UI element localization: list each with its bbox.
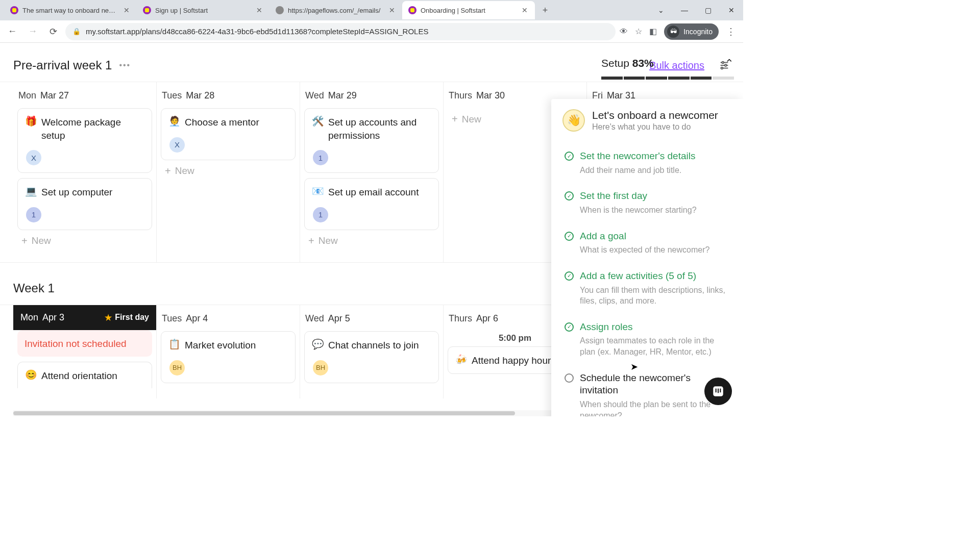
setup-progress (601, 77, 734, 80)
menu-button[interactable]: ⋮ (723, 26, 739, 37)
tools-icon: 🛠️ (312, 116, 324, 128)
incognito-badge[interactable]: 🕶 Incognito (664, 23, 719, 40)
favicon-icon (408, 6, 416, 14)
app-body: Setup 83% ⌃ Pre-arrival week 1 ••• Bulk … (0, 43, 743, 416)
avatar[interactable]: BH (168, 359, 186, 377)
close-icon[interactable]: ✕ (255, 6, 263, 14)
forward-button[interactable]: → (24, 23, 41, 40)
bookmark-icon[interactable]: ☆ (635, 27, 642, 36)
day-column: TuesMar 28 🧑‍💼Choose a mentor X +New (157, 82, 300, 262)
wave-icon: 👋 (562, 109, 585, 132)
tab-2[interactable]: https://pageflows.com/_/emails/ ✕ (270, 1, 402, 19)
add-task-button[interactable]: +New (165, 165, 291, 177)
eye-off-icon[interactable]: 👁 (620, 27, 628, 36)
url-text: my.softstart.app/plans/d48cca86-6224-4a3… (86, 27, 428, 36)
day-column: MonApr 3 ★First day Invitation not sched… (13, 305, 157, 398)
close-icon[interactable]: ✕ (388, 6, 396, 14)
minimize-icon[interactable]: — (673, 0, 696, 20)
step-add-goal[interactable]: ✓ Add a goalWhat is expected of the newc… (562, 223, 732, 263)
tab-3[interactable]: Onboarding | Softstart ✕ (402, 1, 535, 19)
task-card[interactable]: 🛠️Set up accounts and permissions 1 (304, 108, 439, 173)
email-icon: 📧 (312, 186, 324, 197)
plus-icon: + (308, 235, 314, 247)
svg-rect-8 (718, 389, 719, 393)
star-icon: ★ (105, 313, 112, 322)
beers-icon: 🍻 (455, 354, 468, 366)
avatar[interactable]: X (168, 136, 186, 154)
close-icon[interactable]: ✕ (521, 6, 529, 14)
section-title: Week 1 (13, 281, 55, 295)
address-bar[interactable]: 🔒 my.softstart.app/plans/d48cca86-6224-4… (65, 23, 616, 40)
day-column: TuesApr 4 📋Market evolution BH (157, 305, 300, 398)
plus-icon: + (452, 113, 458, 125)
day-column: MonMar 27 🎁Welcome package setup X 💻Set … (13, 82, 157, 262)
tab-title: Onboarding | Softstart (421, 7, 517, 14)
avatar[interactable]: BH (312, 359, 329, 377)
tab-title: The smart way to onboard new h (22, 7, 118, 14)
incognito-icon: 🕶 (667, 26, 679, 38)
day-column: WedApr 5 💬Chat channels to join BH (300, 305, 444, 398)
add-task-button[interactable]: +New (21, 235, 148, 247)
popup-title: Let's onboard a newcomer (592, 109, 718, 121)
intercom-chat-button[interactable] (704, 378, 732, 405)
close-window-icon[interactable]: ✕ (720, 0, 743, 20)
new-tab-button[interactable]: + (538, 3, 552, 17)
add-task-button[interactable]: +New (308, 235, 435, 247)
plus-icon: + (165, 165, 171, 177)
lock-icon: 🔒 (72, 28, 81, 35)
panel-icon[interactable]: ◧ (649, 27, 657, 36)
tab-strip: The smart way to onboard new h ✕ Sign up… (0, 0, 743, 20)
favicon-icon (10, 6, 18, 14)
tab-0[interactable]: The smart way to onboard new h ✕ (4, 1, 137, 19)
tab-title: Sign up | Softstart (155, 7, 251, 14)
popup-subtitle: Here's what you have to do (592, 122, 718, 132)
mentor-icon: 🧑‍💼 (168, 116, 181, 128)
day-column: WedMar 29 🛠️Set up accounts and permissi… (300, 82, 444, 262)
browser-chrome: The smart way to onboard new h ✕ Sign up… (0, 0, 743, 43)
task-card[interactable]: 📋Market evolution BH (161, 331, 296, 383)
avatar[interactable]: 1 (25, 206, 42, 223)
check-icon: ✓ (565, 152, 574, 161)
reload-button[interactable]: ⟳ (45, 23, 61, 40)
smile-icon: 😊 (25, 369, 37, 381)
task-card[interactable]: 🎁Welcome package setup X (17, 108, 152, 173)
invitation-warning[interactable]: Invitation not scheduled (17, 330, 152, 357)
step-newcomer-details[interactable]: ✓ Set the newcomer's detailsAdd their na… (562, 143, 732, 183)
favicon-icon (276, 6, 284, 14)
task-card[interactable]: 😊Attend orientation (17, 362, 152, 389)
avatar[interactable]: X (25, 149, 42, 166)
tab-1[interactable]: Sign up | Softstart ✕ (137, 1, 270, 19)
tab-search-icon[interactable]: ⌄ (649, 0, 673, 20)
task-card[interactable]: 💬Chat channels to join BH (304, 331, 439, 383)
tab-title: https://pageflows.com/_/emails/ (288, 7, 384, 14)
avatar[interactable]: 1 (312, 149, 329, 166)
step-add-activities[interactable]: ✓ Add a few activities (5 of 5)You can f… (562, 263, 732, 314)
avatar[interactable]: 1 (312, 206, 329, 223)
circle-icon: ✓ (565, 373, 574, 383)
setup-percent: 83% (632, 57, 654, 69)
onboarding-checklist-popup: 👋 Let's onboard a newcomer Here's what y… (551, 99, 743, 416)
check-icon: ✓ (565, 191, 574, 201)
step-first-day[interactable]: ✓ Set the first dayWhen is the newcomer … (562, 183, 732, 222)
section-title: Pre-arrival week 1 (13, 58, 112, 72)
maximize-icon[interactable]: ▢ (696, 0, 720, 20)
setup-widget[interactable]: Setup 83% ⌃ (601, 57, 734, 80)
more-icon[interactable]: ••• (119, 61, 131, 70)
check-icon: ✓ (565, 322, 574, 332)
clipboard-icon: 📋 (168, 339, 181, 350)
chevron-up-icon[interactable]: ⌃ (725, 57, 734, 69)
step-assign-roles[interactable]: ✓ Assign rolesAssign teammates to each r… (562, 314, 732, 365)
close-icon[interactable]: ✕ (122, 6, 131, 14)
task-card[interactable]: 💻Set up computer 1 (17, 178, 152, 230)
chat-icon: 💬 (312, 339, 324, 350)
favicon-icon (143, 6, 151, 14)
task-card[interactable]: 🧑‍💼Choose a mentor X (161, 108, 296, 160)
back-button[interactable]: ← (4, 23, 20, 40)
gift-icon: 🎁 (25, 116, 37, 128)
svg-rect-9 (720, 389, 721, 393)
task-card[interactable]: 📧Set up email account 1 (304, 178, 439, 230)
check-icon: ✓ (565, 271, 574, 281)
window-controls: ⌄ — ▢ ✕ (649, 0, 743, 20)
plus-icon: + (21, 235, 28, 247)
svg-rect-7 (716, 389, 717, 393)
